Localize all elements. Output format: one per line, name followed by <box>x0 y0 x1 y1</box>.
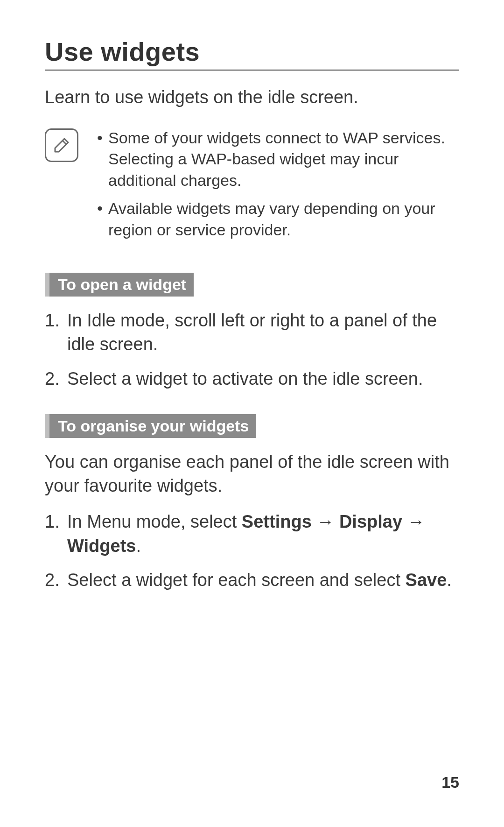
note-list: Some of your widgets connect to WAP serv… <box>81 127 459 247</box>
page-number: 15 <box>441 773 459 792</box>
step-item: In Idle mode, scroll left or right to a … <box>45 309 459 357</box>
document-page: Use widgets Learn to use widgets on the … <box>0 0 504 827</box>
sub-heading: To open a widget <box>45 273 194 297</box>
title-underline <box>45 70 459 71</box>
steps-list: In Menu mode, select Settings → Display … <box>45 510 459 592</box>
bold-run: Save <box>406 570 447 590</box>
text-run: Select a widget for each screen and sele… <box>67 570 406 590</box>
text-run: → <box>312 512 339 531</box>
section-body: You can organise each panel of the idle … <box>45 450 459 498</box>
text-run: Select a widget to activate on the idle … <box>67 369 423 389</box>
text-run: In Menu mode, select <box>67 512 242 531</box>
bold-run: Settings <box>242 512 312 531</box>
section-open-widget: To open a widget In Idle mode, scroll le… <box>45 273 459 391</box>
section-organise-widgets: To organise your widgets You can organis… <box>45 414 459 592</box>
note-icon-wrap <box>45 127 81 162</box>
pencil-note-icon <box>50 134 73 156</box>
bold-run: Widgets <box>67 536 136 556</box>
text-run: In Idle mode, scroll left or right to a … <box>67 311 437 354</box>
step-item: In Menu mode, select Settings → Display … <box>45 510 459 558</box>
note-item: Some of your widgets connect to WAP serv… <box>97 127 459 192</box>
step-item: Select a widget to activate on the idle … <box>45 367 459 391</box>
text-run: . <box>447 570 452 590</box>
bold-run: Display <box>339 512 402 531</box>
sub-heading: To organise your widgets <box>45 414 256 438</box>
intro-text: Learn to use widgets on the idle screen. <box>45 86 459 109</box>
page-title: Use widgets <box>45 36 459 67</box>
text-run: → <box>402 512 425 531</box>
note-block: Some of your widgets connect to WAP serv… <box>45 127 459 247</box>
steps-list: In Idle mode, scroll left or right to a … <box>45 309 459 391</box>
text-run: . <box>136 536 141 556</box>
note-icon <box>45 128 78 162</box>
note-item: Available widgets may vary depending on … <box>97 198 459 241</box>
step-item: Select a widget for each screen and sele… <box>45 568 459 592</box>
